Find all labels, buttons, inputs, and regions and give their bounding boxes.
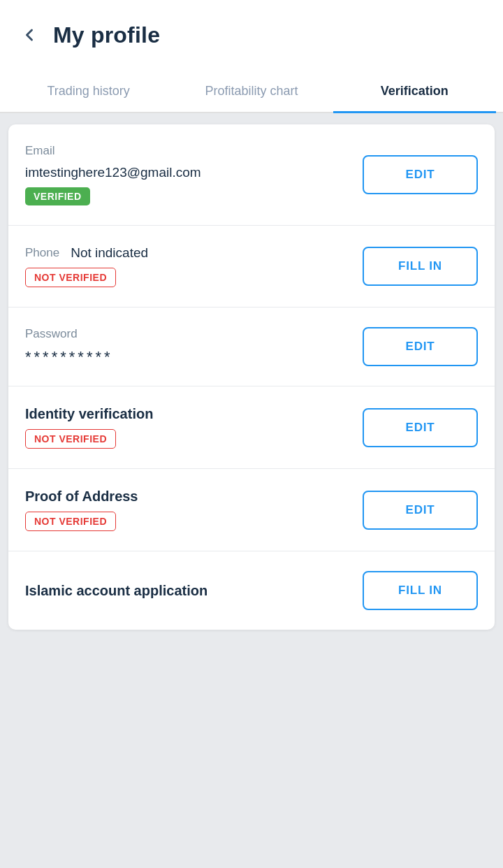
identity-not-verified-badge: NOT VERIFIED — [25, 429, 116, 449]
phone-value: Not indicated — [71, 245, 148, 261]
islamic-fill-in-button[interactable]: FILL IN — [363, 571, 478, 610]
tab-profitability-chart[interactable]: Profitability chart — [170, 71, 333, 113]
password-left: Password ********** — [25, 327, 113, 366]
phone-row: Phone Not indicated NOT VERIFIED FILL IN — [8, 226, 495, 308]
proof-not-verified-badge: NOT VERIFIED — [25, 512, 116, 531]
tab-verification[interactable]: Verification — [333, 71, 496, 113]
password-label: Password — [25, 327, 113, 341]
password-value: ********** — [25, 348, 113, 366]
proof-edit-button[interactable]: EDIT — [363, 491, 478, 530]
email-row: Email imtestinghere123@gmail.com VERIFIE… — [8, 124, 495, 226]
email-left: Email imtestinghere123@gmail.com VERIFIE… — [25, 144, 201, 205]
profile-card: Email imtestinghere123@gmail.com VERIFIE… — [8, 124, 495, 630]
proof-of-address-row: Proof of Address NOT VERIFIED EDIT — [8, 469, 495, 551]
phone-not-verified-badge: NOT VERIFIED — [25, 268, 116, 287]
phone-left: Phone Not indicated NOT VERIFIED — [25, 245, 148, 287]
back-button[interactable] — [14, 20, 45, 50]
proof-label: Proof of Address — [25, 489, 138, 505]
tabs-container: Trading history Profitability chart Veri… — [0, 70, 503, 113]
phone-fill-in-button[interactable]: FILL IN — [363, 247, 478, 286]
islamic-account-row: Islamic account application FILL IN — [8, 551, 495, 630]
email-edit-button[interactable]: EDIT — [363, 155, 478, 194]
identity-verification-row: Identity verification NOT VERIFIED EDIT — [8, 386, 495, 469]
email-verified-badge: VERIFIED — [25, 187, 90, 205]
content: Email imtestinghere123@gmail.com VERIFIE… — [0, 113, 503, 641]
phone-label-value: Phone Not indicated — [25, 245, 148, 261]
back-arrow-icon — [20, 25, 39, 45]
proof-left: Proof of Address NOT VERIFIED — [25, 489, 138, 531]
identity-label: Identity verification — [25, 406, 153, 422]
page-title: My profile — [53, 22, 160, 48]
email-label: Email — [25, 144, 201, 158]
islamic-left: Islamic account application — [25, 583, 207, 599]
identity-left: Identity verification NOT VERIFIED — [25, 406, 153, 449]
phone-label: Phone — [25, 246, 59, 260]
password-row: Password ********** EDIT — [8, 308, 495, 386]
islamic-label: Islamic account application — [25, 583, 207, 599]
header: My profile — [0, 0, 503, 70]
password-edit-button[interactable]: EDIT — [363, 327, 478, 366]
email-value: imtestinghere123@gmail.com — [25, 165, 201, 180]
identity-edit-button[interactable]: EDIT — [363, 408, 478, 447]
tab-trading-history[interactable]: Trading history — [7, 71, 170, 113]
